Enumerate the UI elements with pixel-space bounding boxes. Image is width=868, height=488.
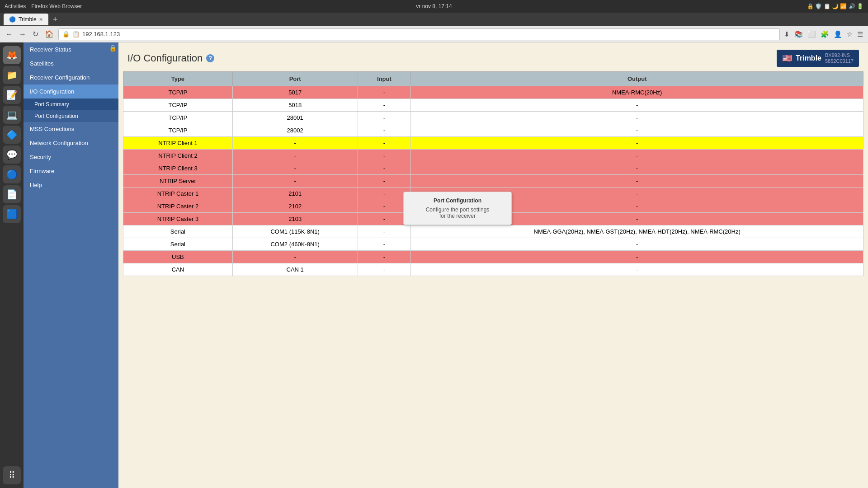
- trimble-flag-icon: 🇺🇸: [782, 53, 792, 63]
- cell-output: -: [411, 263, 863, 276]
- io-table: Type Port Input Output TCP/IP5017-NMEA-R…: [123, 71, 863, 276]
- tab-label: Trimble: [19, 16, 37, 23]
- sidebar-item-io-configuration[interactable]: I/O Configuration: [24, 84, 118, 99]
- cell-type: NTRIP Client 2: [123, 150, 233, 162]
- cell-input: -: [358, 251, 411, 263]
- cell-type: TCP/IP: [123, 99, 233, 112]
- cell-output: -: [411, 162, 863, 175]
- sidebar-item-satellites[interactable]: Satellites: [24, 56, 118, 70]
- address-text: 192.168.1.123: [82, 31, 120, 38]
- os-icon-rviz[interactable]: 🟦: [3, 205, 21, 223]
- cell-output: -: [411, 124, 863, 137]
- extensions-button[interactable]: 🧩: [819, 29, 830, 40]
- os-topbar-center: vr nov 8, 17:14: [416, 3, 452, 9]
- tooltip-line1: Configure the port settings: [411, 206, 504, 213]
- table-row[interactable]: NTRIP Client 2---: [123, 150, 863, 162]
- sidebar-item-security[interactable]: Security: [24, 150, 118, 164]
- download-button[interactable]: ⬇: [783, 29, 791, 40]
- table-row[interactable]: TCP/IP5017-NMEA-RMC(20Hz): [123, 86, 863, 99]
- sys-icons: 🔒 🛡️ 📋 🌙 📶 🔊 🔋: [807, 3, 863, 9]
- sidebar-item-receiver-configuration[interactable]: Receiver Configuration: [24, 70, 118, 84]
- page-title: I/O Configuration: [127, 52, 203, 64]
- trimble-logo: 🇺🇸 Trimble BX992-INS 5852C00117: [777, 50, 859, 67]
- new-tab-button[interactable]: +: [51, 15, 60, 24]
- screenshot-button[interactable]: ⬜: [806, 29, 817, 40]
- reload-button[interactable]: ↻: [31, 28, 40, 40]
- os-topbar-right: 🔒 🛡️ 📋 🌙 📶 🔊 🔋: [807, 3, 863, 9]
- os-icon-editor[interactable]: 📝: [3, 86, 21, 104]
- cell-port: CAN 1: [232, 263, 358, 276]
- table-row[interactable]: USB---: [123, 251, 863, 263]
- os-sidebar: 🦊 📁 📝 💻 🔷 💬 🔵 📄 🟦 ⠿: [0, 42, 24, 488]
- table-row[interactable]: NTRIP Client 1---: [123, 137, 863, 150]
- help-icon[interactable]: ?: [206, 54, 214, 62]
- back-button[interactable]: ←: [4, 28, 14, 40]
- sidebar-item-receiver-status[interactable]: Receiver Status: [24, 42, 118, 56]
- sidebar-subitem-port-summary[interactable]: Port Summary: [24, 99, 118, 110]
- cell-input: -: [358, 112, 411, 124]
- sidebar-item-help[interactable]: Help: [24, 178, 118, 192]
- lock-icon: 🔒: [109, 44, 117, 52]
- browser-tab[interactable]: 🔵 Trimble ×: [4, 14, 48, 25]
- page-title-row: I/O Configuration ?: [127, 52, 214, 64]
- cell-port: 28002: [232, 124, 358, 137]
- table-row[interactable]: SerialCOM1 (115K-8N1)-NMEA-GGA(20Hz), NM…: [123, 225, 863, 238]
- cell-input: -: [358, 124, 411, 137]
- os-icon-files[interactable]: 📁: [3, 66, 21, 84]
- cell-port: 28001: [232, 112, 358, 124]
- sidebar-item-network-configuration[interactable]: Network Configuration: [24, 136, 118, 150]
- trimble-serial: 5852C00117: [825, 58, 854, 64]
- cell-output: -: [411, 112, 863, 124]
- table-row[interactable]: TCP/IP28002--: [123, 124, 863, 137]
- cell-input: -: [358, 175, 411, 188]
- toolbar-right: ⬇ 📚 ⬜ 🧩 👤 ☆ ☰: [783, 29, 864, 40]
- os-topbar: Activities Firefox Web Browser vr nov 8,…: [0, 0, 868, 13]
- trimble-model: BX992-INS: [825, 52, 854, 58]
- sidebar-subitem-port-configuration[interactable]: Port Configuration: [24, 110, 118, 122]
- activities-label[interactable]: Activities: [5, 3, 26, 9]
- cell-output: -: [411, 238, 863, 251]
- table-row[interactable]: SerialCOM2 (460K-8N1)--: [123, 238, 863, 251]
- browser-label: Firefox Web Browser: [31, 3, 82, 9]
- forward-button[interactable]: →: [17, 28, 28, 40]
- address-bar[interactable]: 🔒 📋 192.168.1.123: [58, 28, 780, 40]
- table-row[interactable]: NTRIP Server---: [123, 175, 863, 188]
- bookmark-list-button[interactable]: 📚: [793, 29, 804, 40]
- os-icon-texmaker[interactable]: 📄: [3, 185, 21, 203]
- cell-input: -: [358, 137, 411, 150]
- cell-input: -: [358, 238, 411, 251]
- tab-close-button[interactable]: ×: [39, 16, 43, 23]
- os-icon-vscode[interactable]: 🔷: [3, 126, 21, 144]
- cell-type: Serial: [123, 238, 233, 251]
- table-row[interactable]: TCP/IP5018--: [123, 99, 863, 112]
- tooltip-popup: Port Configuration Configure the port se…: [403, 192, 512, 225]
- cell-port: 2101: [232, 188, 358, 200]
- cell-port: -: [232, 137, 358, 150]
- os-icon-slack[interactable]: 💬: [3, 145, 21, 164]
- os-icon-octave[interactable]: 🔵: [3, 165, 21, 183]
- cell-type: TCP/IP: [123, 124, 233, 137]
- table-row[interactable]: TCP/IP28001--: [123, 112, 863, 124]
- tab-favicon: 🔵: [9, 16, 16, 23]
- home-button[interactable]: 🏠: [43, 28, 56, 40]
- cell-output: NMEA-RMC(20Hz): [411, 86, 863, 99]
- cell-port: 2103: [232, 213, 358, 225]
- cell-output: -: [411, 137, 863, 150]
- security-icon: 🔒: [62, 31, 70, 38]
- sidebar-item-mss-corrections[interactable]: MSS Corrections: [24, 122, 118, 136]
- sidebar-item-firmware[interactable]: Firmware: [24, 164, 118, 178]
- table-row[interactable]: NTRIP Client 3---: [123, 162, 863, 175]
- os-icon-firefox[interactable]: 🦊: [3, 46, 21, 64]
- account-button[interactable]: 👤: [832, 29, 844, 40]
- bookmark-button[interactable]: ☆: [845, 29, 854, 40]
- tooltip-title: Port Configuration: [411, 197, 504, 204]
- menu-button[interactable]: ☰: [856, 29, 864, 40]
- cell-input: -: [358, 162, 411, 175]
- browser-chrome: 🔵 Trimble × +: [0, 13, 868, 26]
- table-row[interactable]: CANCAN 1--: [123, 263, 863, 276]
- os-icon-terminal[interactable]: 💻: [3, 106, 21, 124]
- os-icon-appgrid[interactable]: ⠿: [3, 466, 21, 484]
- cell-type: NTRIP Caster 3: [123, 213, 233, 225]
- table-body: TCP/IP5017-NMEA-RMC(20Hz)TCP/IP5018--TCP…: [123, 86, 863, 276]
- main-layout: 🦊 📁 📝 💻 🔷 💬 🔵 📄 🟦 ⠿ 🔒 Receiver Status Sa…: [0, 42, 868, 488]
